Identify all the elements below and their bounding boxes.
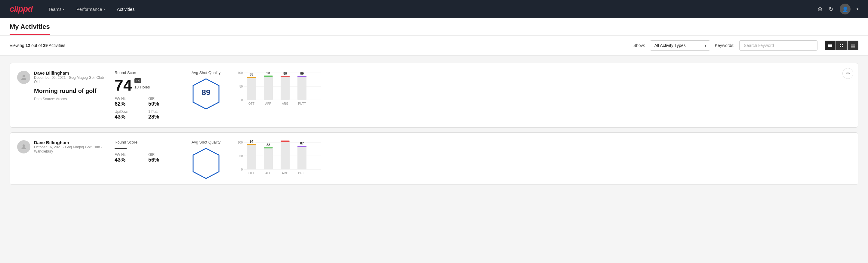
stat-grid: FW Hit 62% GIR 50% Up/Down 43% 1 Putt 28… bbox=[115, 96, 175, 120]
chevron-down-icon: ▾ bbox=[103, 7, 105, 11]
svg-rect-52 bbox=[281, 141, 290, 142]
svg-rect-4 bbox=[842, 43, 843, 45]
nav-performance[interactable]: Performance ▾ bbox=[75, 0, 106, 18]
round-score-label: Round Score bbox=[115, 140, 175, 144]
viewing-activities-label: Activities bbox=[49, 43, 65, 48]
svg-text:ARG: ARG bbox=[282, 172, 288, 175]
updown-value: 43% bbox=[115, 114, 141, 120]
stat-fw-hit: FW Hit 62% bbox=[115, 96, 141, 107]
nav-teams[interactable]: Teams ▾ bbox=[47, 0, 65, 18]
stat-grid: FW Hit 43% GIR 56% bbox=[115, 152, 175, 163]
svg-text:APP: APP bbox=[265, 172, 271, 175]
1putt-label: 1 Putt bbox=[148, 110, 175, 114]
user-info: Dave Billingham October 16, 2021 - Gog M… bbox=[34, 140, 107, 153]
fw-hit-value: 43% bbox=[115, 157, 141, 163]
svg-rect-24 bbox=[264, 76, 273, 77]
view-compact-button[interactable] bbox=[847, 40, 858, 50]
user-name: Dave Billingham bbox=[34, 140, 107, 145]
view-grid-button[interactable] bbox=[836, 40, 847, 50]
activity-type-select[interactable]: All Activity Types bbox=[650, 40, 710, 51]
svg-rect-2 bbox=[828, 46, 832, 47]
svg-text:100: 100 bbox=[238, 71, 243, 75]
avatar-chevron[interactable]: ▾ bbox=[857, 7, 858, 11]
activity-list: ✏ Dave Billingham December 05, 2021 - Go… bbox=[0, 56, 868, 192]
add-icon[interactable]: ⊕ bbox=[817, 5, 823, 12]
svg-text:94: 94 bbox=[250, 140, 253, 143]
navbar: clippd Teams ▾ Performance ▾ Activities … bbox=[0, 0, 868, 18]
gir-label: GIR bbox=[148, 152, 175, 157]
svg-text:85: 85 bbox=[250, 72, 253, 76]
nav-teams-label: Teams bbox=[48, 7, 61, 12]
user-date: October 16, 2021 - Gog Magog Golf Club -… bbox=[34, 145, 107, 153]
activity-card: Dave Billingham October 16, 2021 - Gog M… bbox=[10, 133, 858, 185]
svg-rect-23 bbox=[264, 76, 273, 100]
nav-activities-label: Activities bbox=[117, 7, 135, 12]
svg-rect-31 bbox=[298, 76, 307, 100]
svg-rect-3 bbox=[840, 43, 841, 45]
chevron-down-icon: ▾ bbox=[63, 7, 64, 11]
keywords-label: Keywords: bbox=[715, 43, 735, 48]
svg-text:0: 0 bbox=[241, 168, 243, 171]
svg-rect-28 bbox=[281, 76, 290, 77]
svg-rect-44 bbox=[247, 144, 256, 145]
bar-chart-svg: 100 50 0 85 OTT 90 APP bbox=[237, 70, 321, 107]
svg-marker-36 bbox=[193, 148, 219, 178]
svg-rect-56 bbox=[298, 146, 307, 147]
view-list-button[interactable] bbox=[825, 40, 836, 50]
svg-rect-32 bbox=[298, 76, 307, 77]
svg-rect-51 bbox=[281, 141, 290, 169]
svg-text:OTT: OTT bbox=[248, 172, 254, 175]
svg-point-35 bbox=[23, 144, 25, 147]
activity-type-select-wrapper: All Activity Types bbox=[650, 40, 710, 51]
card-quality: Avg Shot Quality bbox=[182, 140, 230, 177]
quality-label: Avg Shot Quality bbox=[192, 70, 221, 75]
refresh-icon[interactable]: ↻ bbox=[829, 5, 834, 12]
avatar bbox=[17, 140, 30, 153]
fw-hit-label: FW Hit bbox=[115, 96, 141, 101]
svg-text:100: 100 bbox=[238, 141, 243, 144]
user-name: Dave Billingham bbox=[34, 70, 107, 76]
svg-text:87: 87 bbox=[300, 141, 304, 145]
card-chart: 100 50 0 85 OTT 90 APP bbox=[237, 70, 851, 108]
viewing-text: Viewing 12 out of 29 Activities bbox=[10, 43, 629, 48]
svg-rect-7 bbox=[851, 44, 855, 45]
viewing-out-of: out of bbox=[31, 43, 42, 48]
card-user-row: Dave Billingham December 05, 2021 - Gog … bbox=[17, 70, 107, 84]
svg-rect-8 bbox=[851, 45, 855, 46]
view-toggle bbox=[825, 40, 858, 50]
page-title: My Activities bbox=[10, 23, 50, 35]
svg-rect-6 bbox=[842, 46, 843, 47]
stat-1putt: 1 Putt 28% bbox=[148, 110, 175, 120]
stat-fw-hit: FW Hit 43% bbox=[115, 152, 141, 163]
quality-label: Avg Shot Quality bbox=[192, 140, 221, 144]
svg-rect-48 bbox=[264, 147, 273, 148]
card-left: Dave Billingham December 05, 2021 - Gog … bbox=[17, 70, 107, 101]
svg-rect-0 bbox=[828, 44, 832, 45]
svg-text:OTT: OTT bbox=[248, 102, 254, 105]
search-input[interactable] bbox=[739, 40, 817, 51]
logo[interactable]: clippd bbox=[10, 4, 32, 14]
avatar-icon: 👤 bbox=[842, 6, 848, 12]
round-score-label: Round Score bbox=[115, 70, 175, 75]
user-avatar-button[interactable]: 👤 bbox=[840, 4, 850, 14]
svg-text:82: 82 bbox=[267, 143, 270, 147]
card-left: Dave Billingham October 16, 2021 - Gog M… bbox=[17, 140, 107, 157]
stat-gir: GIR 56% bbox=[148, 152, 175, 163]
svg-rect-27 bbox=[281, 76, 290, 100]
fw-hit-value: 62% bbox=[115, 101, 141, 107]
holes-label: 18 Holes bbox=[134, 85, 150, 89]
user-info: Dave Billingham December 05, 2021 - Gog … bbox=[34, 70, 107, 84]
updown-label: Up/Down bbox=[115, 110, 141, 114]
svg-text:PUTT: PUTT bbox=[298, 102, 306, 105]
1putt-value: 28% bbox=[148, 114, 175, 120]
data-source: Data Source: Arccos bbox=[17, 97, 107, 101]
nav-activities[interactable]: Activities bbox=[116, 0, 136, 18]
shot-quality-hexagon: 89 bbox=[191, 77, 221, 108]
card-chart: 100 50 0 94 OTT 82 APP 106 bbox=[237, 140, 851, 177]
svg-text:PUTT: PUTT bbox=[298, 172, 306, 175]
gir-value: 56% bbox=[148, 157, 175, 163]
edit-button[interactable]: ✏ bbox=[842, 68, 853, 79]
card-quality: Avg Shot Quality 89 bbox=[182, 70, 230, 108]
viewing-total: 29 bbox=[43, 43, 48, 48]
fw-hit-label: FW Hit bbox=[115, 152, 141, 157]
